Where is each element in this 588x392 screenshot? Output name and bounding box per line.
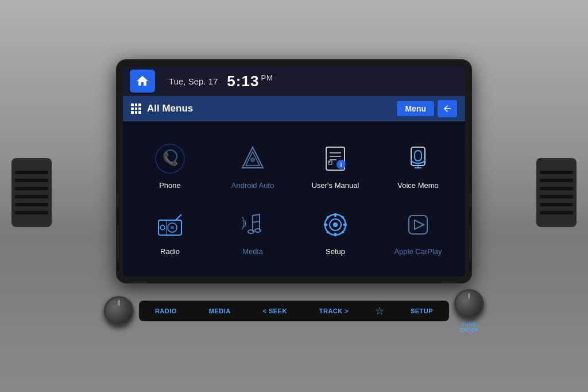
voice-memo-icon-item[interactable]: Voice Memo <box>377 133 459 199</box>
voice-memo-label: Voice Memo <box>397 181 439 190</box>
right-knob-area: TUNE ENTER <box>449 289 489 333</box>
svg-rect-17 <box>158 220 181 235</box>
phone-label: Phone <box>159 181 181 190</box>
vent-left <box>11 158 52 227</box>
menu-bar-title: All Menus <box>131 103 397 114</box>
users-manual-icon: i <box>319 142 352 175</box>
seek-ctrl-button[interactable]: < SEEK <box>257 304 292 318</box>
menu-button[interactable]: Menu <box>397 101 434 116</box>
svg-text:i: i <box>340 161 342 168</box>
vent-slot <box>540 195 573 198</box>
track-ctrl-button[interactable]: TRACK > <box>314 304 354 318</box>
svg-rect-31 <box>334 233 336 236</box>
vent-slot <box>540 171 573 174</box>
setup-label: Setup <box>326 247 345 256</box>
vent-slot <box>15 179 48 182</box>
grid-icon <box>131 103 141 114</box>
car-dashboard: Tue, Sep. 17 5:13PM <box>0 0 588 392</box>
radio-icon <box>153 208 187 241</box>
svg-rect-10 <box>329 162 330 163</box>
setup-icon <box>319 208 352 241</box>
media-ctrl-button[interactable]: MEDIA <box>203 304 237 318</box>
home-button[interactable] <box>130 70 155 93</box>
svg-rect-32 <box>324 224 327 226</box>
apple-carplay-icon <box>401 208 435 241</box>
apple-carplay-label: Apple CarPlay <box>394 247 442 256</box>
date-display: Tue, Sep. 17 <box>169 76 218 86</box>
svg-point-21 <box>171 226 174 229</box>
svg-rect-14 <box>415 151 421 161</box>
vent-slot <box>15 171 48 174</box>
left-knob[interactable] <box>104 296 134 326</box>
tune-label: TUNE <box>462 321 477 327</box>
svg-line-19 <box>176 214 181 220</box>
svg-point-22 <box>160 225 165 230</box>
vent-slot <box>540 211 573 214</box>
date-time-display: Tue, Sep. 17 5:13PM <box>162 72 458 90</box>
radio-icon-item[interactable]: Radio <box>129 199 211 265</box>
left-knob-area <box>99 296 139 326</box>
all-menus-title: All Menus <box>147 103 193 114</box>
android-auto-label: Android Auto <box>231 181 274 190</box>
header-bar: Tue, Sep. 17 5:13PM <box>123 66 465 96</box>
users-manual-icon-item[interactable]: i User's Manual <box>294 133 377 199</box>
vent-slot <box>540 187 573 190</box>
vent-slot <box>15 187 48 190</box>
android-auto-icon-item[interactable]: Android Auto <box>211 133 294 199</box>
setup-ctrl-button[interactable]: SETUP <box>405 304 439 318</box>
svg-marker-39 <box>415 220 424 229</box>
vent-slot <box>540 203 573 206</box>
svg-rect-33 <box>343 224 347 226</box>
right-knob[interactable] <box>454 289 484 319</box>
menu-bar: All Menus Menu <box>123 96 465 121</box>
vent-slot <box>15 211 48 214</box>
svg-rect-30 <box>334 213 336 217</box>
home-icon <box>136 74 149 88</box>
vent-slot <box>15 203 48 206</box>
vent-slot <box>540 179 573 182</box>
screen: Tue, Sep. 17 5:13PM <box>123 66 465 276</box>
svg-point-29 <box>333 222 338 227</box>
menu-bar-right: Menu <box>397 100 457 117</box>
media-label: Media <box>242 247 262 256</box>
android-auto-icon <box>236 142 269 175</box>
media-icon <box>236 208 269 241</box>
media-icon-item[interactable]: Media <box>211 199 294 265</box>
setup-icon-item[interactable]: Setup <box>294 199 377 265</box>
voice-memo-icon <box>401 142 435 175</box>
icon-grid: 📞 Phone Android Aut <box>123 121 465 276</box>
svg-point-4 <box>250 157 255 162</box>
radio-ctrl-button[interactable]: RADIO <box>149 304 183 318</box>
enter-label: ENTER <box>459 327 478 333</box>
time-display: 5:13PM <box>227 72 273 90</box>
vent-slot <box>15 195 48 198</box>
controls-panel: RADIO MEDIA < SEEK TRACK > ☆ SETUP <box>139 301 449 321</box>
svg-rect-18 <box>158 220 167 235</box>
users-manual-label: User's Manual <box>312 181 359 190</box>
screen-bezel: Tue, Sep. 17 5:13PM <box>116 59 472 283</box>
vent-right <box>536 158 577 227</box>
radio-label: Radio <box>160 247 180 256</box>
phone-icon: 📞 <box>153 142 187 175</box>
apple-carplay-icon-item[interactable]: Apple CarPlay <box>377 199 459 265</box>
back-icon <box>442 103 452 114</box>
back-button[interactable] <box>438 100 457 117</box>
phone-icon-item[interactable]: 📞 Phone <box>129 133 211 199</box>
svg-text:📞: 📞 <box>163 151 179 167</box>
favorite-ctrl-button[interactable]: ☆ <box>375 305 384 317</box>
